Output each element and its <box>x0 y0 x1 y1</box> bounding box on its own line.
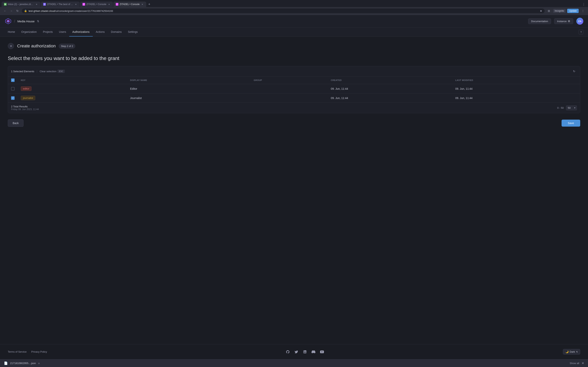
tab-favicon-2: Z <box>43 3 46 6</box>
checkmark-icon: ✓ <box>12 97 14 99</box>
key-cell-journalist: journalist <box>18 93 127 103</box>
instance-settings-icon: ⚙ <box>568 20 570 23</box>
theme-chevron-icon: ⇅ <box>576 351 578 353</box>
table-footer: 2 Total Results Friday 09. Jun 2023, 11:… <box>8 102 580 113</box>
browser-tab-1[interactable]: M Inbox (2) – janedoe.zitadel@gm... ✕ <box>1 1 40 7</box>
download-file-icon: 📄 <box>4 361 8 365</box>
more-tabs-button[interactable]: ⋮ <box>581 1 587 7</box>
tab-favicon-1: M <box>4 3 7 6</box>
tab-close-2[interactable]: ✕ <box>74 3 78 6</box>
nav-authorizations[interactable]: Authorizations <box>69 28 93 36</box>
last-modified-cell-editor: 09. Jun, 11:44 <box>452 84 580 93</box>
terms-of-service-link[interactable]: Terms of Service <box>8 350 27 353</box>
table-header-row: − KEY DISPLAY NAME GROUP CREATED LAST MO… <box>8 76 580 84</box>
role-badge-journalist: journalist <box>21 96 35 100</box>
tab-label-3: ZITADEL • Console <box>86 3 106 6</box>
bookmark-icon[interactable]: ★ <box>540 9 542 12</box>
tab-label-2: ZITADEL • The best of Auth0 a... <box>47 3 73 6</box>
nav-domains[interactable]: Domains <box>108 28 125 36</box>
tab-label-4: ZITADEL • Console <box>120 3 140 6</box>
action-row: Back Save <box>8 119 580 127</box>
step-badge: Step 2 of 2 <box>59 44 75 49</box>
tab-close-1[interactable]: ✕ <box>35 3 38 6</box>
url-bar[interactable]: 🔒 test-ghlwrr.zitadel.cloud/ui/console/g… <box>22 8 545 13</box>
user-avatar[interactable]: ZA <box>576 18 583 25</box>
nav-users[interactable]: Users <box>56 28 69 36</box>
tab-label-1: Inbox (2) – janedoe.zitadel@gm... <box>8 3 34 6</box>
youtube-icon[interactable] <box>319 349 325 355</box>
url-path: /ui/console/grant-create/user/2177610897… <box>55 9 113 12</box>
save-button[interactable]: Save <box>562 120 580 127</box>
table-row[interactable]: editor Editor 09. Jun, 11:44 09. Jun, 11… <box>8 84 580 93</box>
org-switcher-button[interactable]: ⇅ <box>36 19 40 23</box>
display-name-column-header: DISPLAY NAME <box>127 76 251 84</box>
group-column-header: GROUP <box>251 76 328 84</box>
roles-table: − KEY DISPLAY NAME GROUP CREATED LAST MO… <box>8 76 580 102</box>
url-domain: test-ghlwrr.zitadel.cloud <box>29 9 55 12</box>
tab-favicon-4: Z <box>116 3 118 6</box>
tab-favicon-3: Z <box>82 3 85 6</box>
row-checkbox-cell-journalist: ✓ <box>8 93 18 103</box>
select-all-checkbox[interactable]: − <box>11 78 15 82</box>
row-checkbox-editor[interactable] <box>11 87 15 91</box>
show-all-button[interactable]: Show all <box>570 362 579 365</box>
extensions-button[interactable]: ⊞ <box>546 8 552 14</box>
nav-actions[interactable]: Actions <box>93 28 108 36</box>
new-tab-button[interactable]: + <box>147 1 152 7</box>
instance-button[interactable]: Instance ⚙ <box>554 18 573 24</box>
theme-label: Dark <box>570 350 575 353</box>
nav-home[interactable]: Home <box>5 28 18 36</box>
documentation-button[interactable]: Documentation <box>528 18 551 24</box>
browser-tab-4[interactable]: Z ZITADEL • Console ✕ <box>113 1 146 7</box>
page-footer: Terms of Service Privacy Policy <box>0 344 588 359</box>
github-icon[interactable] <box>285 349 291 355</box>
row-checkbox-journalist[interactable]: ✓ <box>11 96 15 100</box>
twitter-icon[interactable] <box>294 349 299 355</box>
nav-projects[interactable]: Projects <box>40 28 56 36</box>
download-filename: 2171810902955....json <box>10 362 36 365</box>
total-results: 2 Total Results <box>11 105 39 108</box>
indeterminate-icon: − <box>12 79 14 82</box>
forward-nav-button[interactable]: → <box>9 8 14 14</box>
browser-tab-3[interactable]: Z ZITADEL • Console ✕ <box>80 1 113 7</box>
tab-close-4[interactable]: ✕ <box>141 3 144 6</box>
created-cell-journalist: 09. Jun, 11:44 <box>328 93 452 103</box>
main-navigation: Home Organization Projects Users Authori… <box>0 28 588 37</box>
nav-links: Home Organization Projects Users Authori… <box>5 28 579 36</box>
tab-close-3[interactable]: ✕ <box>108 3 111 6</box>
help-button[interactable]: ? <box>579 30 583 34</box>
nav-organization[interactable]: Organization <box>18 28 40 36</box>
display-name-cell-journalist: Journalist <box>127 93 251 103</box>
instance-label: Instance <box>557 20 567 23</box>
page-size-select[interactable]: 50 10 20 100 <box>566 105 577 110</box>
update-button[interactable]: Update <box>567 9 579 13</box>
esc-badge: ESC <box>58 70 65 73</box>
clear-selection-button[interactable]: Clear selection ESC <box>40 70 65 73</box>
download-expand-button[interactable]: ∧ <box>38 362 40 365</box>
tab-bar: M Inbox (2) – janedoe.zitadel@gm... ✕ Z … <box>0 0 588 7</box>
refresh-button[interactable]: ↻ <box>571 68 577 74</box>
linkedin-icon[interactable] <box>302 349 308 355</box>
table-toolbar: 1 Selected Elements | Clear selection ES… <box>8 66 580 76</box>
reload-button[interactable]: ↻ <box>15 8 20 14</box>
close-wizard-button[interactable]: ✕ <box>8 43 14 49</box>
download-bar-close-button[interactable]: ✕ <box>582 361 584 365</box>
created-cell-editor: 09. Jun, 11:44 <box>328 84 452 93</box>
moon-icon: 🌙 <box>565 350 569 353</box>
roles-table-card: 1 Selected Elements | Clear selection ES… <box>8 66 580 113</box>
privacy-policy-link[interactable]: Privacy Policy <box>31 350 47 353</box>
back-nav-button[interactable]: ← <box>2 8 8 14</box>
breadcrumb-separator: / <box>14 19 15 24</box>
discord-icon[interactable] <box>311 349 316 355</box>
main-content: ✕ Create authorization Step 2 of 2 Selec… <box>0 37 588 344</box>
table-row[interactable]: ✓ journalist Journalist 09. Jun, 11:44 0… <box>8 93 580 103</box>
back-button[interactable]: Back <box>8 119 24 127</box>
theme-toggle-button[interactable]: 🌙 Dark ⇅ <box>563 349 580 355</box>
nav-settings[interactable]: Settings <box>125 28 141 36</box>
browser-tab-2[interactable]: Z ZITADEL • The best of Auth0 a... ✕ <box>41 1 80 7</box>
menu-button[interactable]: ⋮ <box>580 8 586 14</box>
page-range: 0 - 50 <box>557 106 564 109</box>
incognito-indicator: Incognito <box>553 9 566 13</box>
wizard-header: ✕ Create authorization Step 2 of 2 <box>8 43 580 49</box>
last-modified-column-header: LAST MODIFIED <box>452 76 580 84</box>
